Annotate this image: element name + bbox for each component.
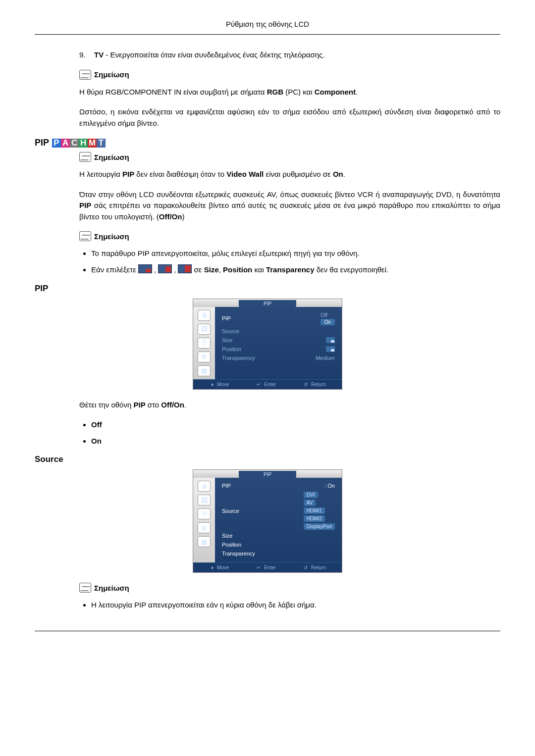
osd-label: Source bbox=[222, 508, 239, 514]
osd-time-icon: ⏱ bbox=[198, 508, 211, 519]
osd-source-list: DVI AV HDMI1 HDMI2 DisplayPort bbox=[304, 492, 335, 530]
osd-sidebar: 🖥 🖼 ⏱ ⚙ ▦ bbox=[193, 307, 215, 379]
osd-picture-icon: 🖼 bbox=[198, 495, 211, 505]
note-label: Σημείωση bbox=[94, 584, 129, 592]
note-icon bbox=[79, 583, 91, 593]
osd-title: PIP bbox=[239, 300, 296, 307]
osd-label: Position bbox=[222, 542, 241, 548]
note-label: Σημείωση bbox=[94, 153, 129, 161]
osd-footer: ♦ Move ↵ Enter ↺ Return bbox=[193, 379, 342, 389]
osd-input-icon: 🖥 bbox=[198, 481, 211, 492]
list-item-9: 9. TV - Ενεργοποιείται όταν είναι συνδεδ… bbox=[79, 50, 500, 61]
osd-value-off: Off bbox=[321, 312, 327, 318]
osd-picture-icon: 🖼 bbox=[198, 324, 211, 335]
osd-source-item: AV bbox=[304, 500, 316, 506]
pip-mode-letters: PACHMT bbox=[52, 139, 106, 148]
note-icon bbox=[79, 231, 91, 241]
bullet-on: On bbox=[91, 436, 500, 447]
osd-multi-icon: ▦ bbox=[198, 365, 211, 376]
item-number: 9. bbox=[79, 50, 94, 61]
osd-label: Transparency bbox=[222, 355, 255, 361]
osd-source-item: HDMI2 bbox=[304, 515, 325, 522]
osd-setup-icon: ⚙ bbox=[198, 522, 211, 533]
osd-source-item: DisplayPort bbox=[304, 523, 335, 530]
bullet-off: Off bbox=[91, 419, 500, 431]
osd-footer-move: ♦ Move bbox=[209, 382, 229, 387]
note-icon bbox=[79, 152, 91, 162]
osd-footer: ♦ Move ↵ Enter ↺ Return bbox=[193, 562, 342, 572]
heading-pip: PIP PACHMT bbox=[35, 138, 500, 148]
osd-label: PIP bbox=[222, 483, 231, 489]
bullet-item: Εάν επιλέξετε , , σε Size, Position και … bbox=[91, 264, 500, 276]
osd-size-thumb bbox=[326, 337, 335, 343]
paragraph-set-offon: Θέτει την οθόνη PIP στο Off/On. bbox=[79, 400, 500, 411]
osd-footer-return: ↺ Return bbox=[302, 565, 326, 570]
osd-footer-move: ♦ Move bbox=[209, 565, 229, 570]
osd-value: : On bbox=[324, 483, 335, 489]
pip-size-small-icon bbox=[138, 264, 152, 273]
note-icon bbox=[79, 70, 91, 80]
osd-source-item: HDMI1 bbox=[304, 507, 325, 514]
osd-label: Source bbox=[222, 328, 239, 334]
osd-title: PIP bbox=[239, 471, 296, 478]
pip-size-large-icon bbox=[178, 264, 192, 273]
note-3: Σημείωση bbox=[79, 231, 500, 241]
paragraph-pip-desc: Όταν στην οθόνη LCD συνδέονται εξωτερικέ… bbox=[79, 189, 500, 223]
paragraph-pip-avail: Η λειτουργία PIP δεν είναι διαθέσιμη ότα… bbox=[79, 169, 500, 180]
subheading-pip: PIP bbox=[35, 284, 500, 294]
pip-size-medium-icon bbox=[158, 264, 172, 273]
page-header: Ρύθμιση της οθόνης LCD bbox=[35, 20, 500, 35]
pip-size-icons: , , bbox=[138, 264, 192, 276]
osd-screenshot-source: PIP 🖥 🖼 ⏱ ⚙ ▦ PIP: On Source DVI AV HDMI… bbox=[193, 469, 342, 573]
note-2: Σημείωση bbox=[79, 152, 500, 162]
note-4: Σημείωση bbox=[79, 583, 500, 593]
page-footer-rule bbox=[35, 631, 500, 631]
osd-multi-icon: ▦ bbox=[198, 536, 211, 547]
osd-label: PIP bbox=[222, 315, 231, 321]
note-label: Σημείωση bbox=[94, 232, 129, 241]
osd-footer-enter: ↵ Enter bbox=[255, 382, 276, 387]
osd-label: Position bbox=[222, 346, 241, 352]
osd-value: Medium bbox=[316, 355, 335, 361]
osd-label: Size bbox=[222, 533, 232, 539]
paragraph-warning: Ωστόσο, η εικόνα ενδέχεται να εμφανίζετα… bbox=[79, 106, 500, 129]
subheading-source: Source bbox=[35, 454, 500, 464]
osd-footer-return: ↺ Return bbox=[302, 382, 326, 387]
osd-footer-enter: ↵ Enter bbox=[255, 565, 276, 570]
bullet-item: Η λειτουργία PIP απενεργοποιείται εάν η … bbox=[91, 600, 500, 611]
osd-source-item: DVI bbox=[304, 492, 318, 498]
bullet-item: Το παράθυρο PIP απενεργοποιείται, μόλις … bbox=[91, 248, 500, 259]
bullet-list-offon: Off On bbox=[79, 419, 500, 447]
osd-label: Transparency bbox=[222, 551, 255, 556]
osd-sidebar: 🖥 🖼 ⏱ ⚙ ▦ bbox=[193, 478, 215, 562]
osd-time-icon: ⏱ bbox=[198, 338, 211, 349]
item-text: TV - Ενεργοποιείται όταν είναι συνδεδεμέ… bbox=[94, 50, 325, 61]
paragraph-rgb: Η θύρα RGB/COMPONENT IN είναι συμβατή με… bbox=[79, 87, 500, 98]
bullet-list-1: Το παράθυρο PIP απενεργοποιείται, μόλις … bbox=[79, 248, 500, 276]
osd-position-thumb bbox=[326, 346, 335, 352]
bullet-list-3: Η λειτουργία PIP απενεργοποιείται εάν η … bbox=[79, 600, 500, 611]
osd-setup-icon: ⚙ bbox=[198, 352, 211, 362]
osd-screenshot-pip: PIP 🖥 🖼 ⏱ ⚙ ▦ PIP Off On Source Size Pos… bbox=[193, 299, 342, 390]
note-label: Σημείωση bbox=[94, 70, 129, 79]
osd-label: Size bbox=[222, 337, 232, 343]
osd-input-icon: 🖥 bbox=[198, 310, 211, 321]
note-1: Σημείωση bbox=[79, 70, 500, 80]
osd-value-on-selected: On bbox=[321, 319, 335, 325]
